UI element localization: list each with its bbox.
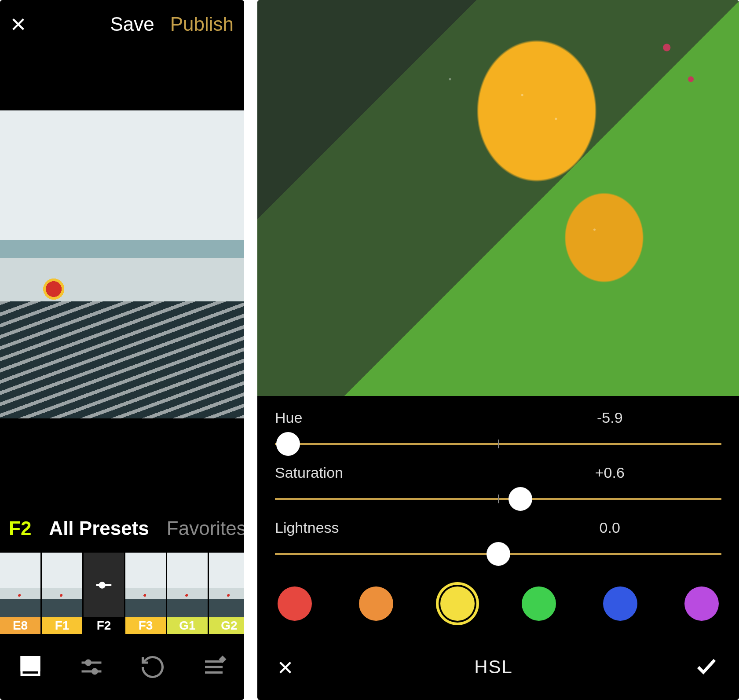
hsl-panel: Hue-5.9Saturation+0.6Lightness0.0	[257, 396, 739, 621]
preset-g1[interactable]: G1	[167, 553, 208, 634]
tab-current-preset[interactable]: F2	[9, 517, 31, 539]
preset-category-tabs: F2 All Presets Favorites Recent Featured	[0, 504, 244, 553]
preset-e8[interactable]: E8	[0, 553, 40, 634]
slider-value: -5.9	[498, 409, 722, 426]
preset-f1[interactable]: F1	[42, 553, 82, 634]
confirm-icon[interactable]	[694, 654, 719, 680]
slider-track[interactable]	[275, 489, 721, 509]
slider-value: +0.6	[498, 464, 722, 481]
preset-label: G2	[209, 617, 244, 634]
color-red[interactable]	[278, 586, 312, 621]
topbar: × Save Publish	[0, 0, 244, 48]
preset-label: E8	[0, 617, 40, 634]
preset-g2[interactable]: G2	[209, 553, 244, 634]
svg-point-1	[99, 583, 105, 588]
color-purple[interactable]	[684, 586, 719, 621]
color-blue[interactable]	[603, 586, 637, 621]
editor-presets-screen: × Save Publish F2 All Presets Favorites …	[0, 0, 244, 700]
color-orange[interactable]	[359, 586, 393, 621]
preset-f2[interactable]: F2	[84, 553, 124, 634]
preset-f3[interactable]: F3	[125, 553, 166, 634]
presets-icon[interactable]	[13, 649, 48, 685]
publish-button[interactable]: Publish	[170, 13, 234, 35]
preset-label: G1	[167, 617, 208, 634]
recipes-icon[interactable]	[196, 649, 231, 685]
slider-lightness: Lightness0.0	[275, 519, 721, 564]
slider-knob[interactable]	[509, 487, 532, 511]
slider-name: Hue	[275, 409, 498, 426]
cancel-icon[interactable]: ×	[278, 652, 293, 682]
hsl-footer: × HSL	[257, 634, 739, 700]
slider-name: Saturation	[275, 464, 498, 481]
hsl-color-row	[275, 574, 721, 621]
slider-hue: Hue-5.9	[275, 409, 721, 454]
svg-point-5	[86, 660, 91, 665]
slider-value: 0.0	[498, 519, 722, 536]
preset-label: F2	[84, 617, 124, 634]
save-button[interactable]: Save	[110, 13, 154, 35]
sliders-icon[interactable]	[74, 649, 109, 685]
photo-preview[interactable]	[257, 0, 739, 396]
preset-label: F1	[42, 617, 82, 634]
bottom-nav	[0, 634, 244, 700]
slider-saturation: Saturation+0.6	[275, 464, 721, 509]
svg-point-7	[93, 669, 97, 674]
tab-all-presets[interactable]: All Presets	[49, 517, 149, 539]
panel-title: HSL	[474, 656, 513, 678]
svg-marker-11	[220, 657, 225, 662]
slider-knob[interactable]	[276, 432, 300, 456]
tab-favorites[interactable]: Favorites	[167, 517, 244, 539]
svg-rect-3	[22, 657, 39, 671]
history-icon[interactable]	[135, 649, 170, 685]
slider-name: Lightness	[275, 519, 498, 536]
color-yellow[interactable]	[440, 586, 475, 621]
color-green[interactable]	[522, 586, 556, 621]
photo-content	[0, 110, 244, 418]
slider-track[interactable]	[275, 434, 721, 454]
preset-strip[interactable]: E8F1F2F3G1G2	[0, 553, 244, 634]
photo-preview[interactable]	[0, 48, 244, 504]
slider-knob[interactable]	[487, 542, 510, 566]
editor-hsl-screen: Hue-5.9Saturation+0.6Lightness0.0 × HSL	[257, 0, 739, 700]
slider-track[interactable]	[275, 544, 721, 564]
preset-label: F3	[125, 617, 166, 634]
close-icon[interactable]: ×	[11, 11, 26, 37]
